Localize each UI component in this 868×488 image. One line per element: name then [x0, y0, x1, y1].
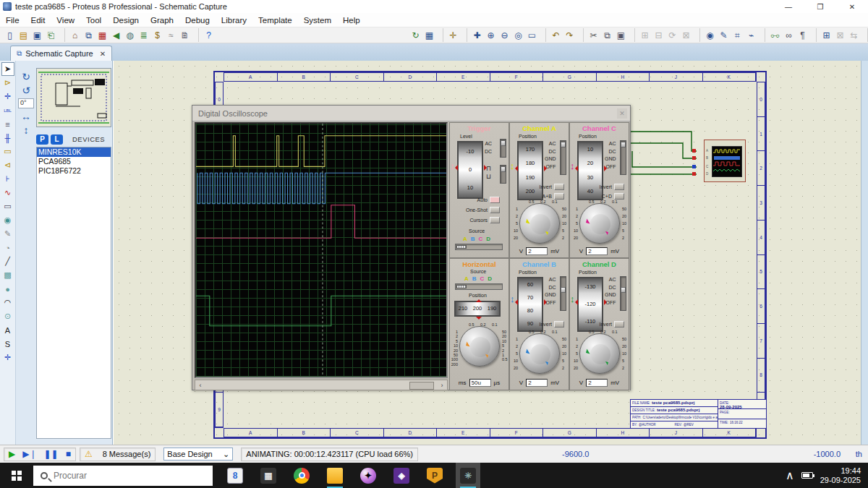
rotate-anticlockwise-icon[interactable]: ↺ — [22, 85, 30, 96]
stop-button[interactable]: ■ — [66, 450, 71, 458]
goto-sheet-icon[interactable]: ⇆ — [847, 28, 861, 42]
origin-icon[interactable]: ✛ — [443, 28, 460, 42]
import-project-icon[interactable]: ⎗ — [44, 28, 58, 42]
open-project-icon[interactable]: ▤ — [17, 28, 30, 42]
2d-path-mode-icon[interactable]: ⊙ — [1, 309, 14, 323]
menu-item-template[interactable]: Template — [252, 14, 298, 26]
menu-item-help[interactable]: Help — [337, 14, 366, 26]
channel-a-value-field[interactable] — [526, 247, 548, 255]
remove-sheet-icon[interactable]: ⊠ — [833, 28, 847, 42]
scroll-right-icon[interactable]: › — [437, 382, 447, 389]
paint-3d-icon[interactable]: ✦ — [356, 463, 380, 488]
maximize-button[interactable]: ❐ — [804, 0, 836, 13]
menu-item-library[interactable]: Library — [216, 14, 252, 26]
overview-minimap[interactable] — [36, 68, 111, 127]
pick-device-icon[interactable]: ◉ — [699, 28, 717, 42]
channel-c-position-wheel[interactable]: 10203040 — [577, 141, 603, 200]
zoom-area-icon[interactable]: ▭ — [525, 28, 539, 42]
chevron-up-icon[interactable]: ∧ — [786, 468, 794, 482]
pick-devices-button[interactable]: P — [36, 134, 48, 145]
mirror-horizontal-icon[interactable]: ↔ — [21, 111, 31, 122]
documentation-icon[interactable]: 🗎 — [178, 28, 192, 42]
horizontal-value-field[interactable] — [469, 379, 491, 387]
channel-c-coupling-slider[interactable] — [620, 140, 626, 175]
canvas-right-scrollbar[interactable] — [861, 61, 868, 445]
channel-d-coupling-slider[interactable] — [620, 276, 626, 311]
2d-line-mode-icon[interactable]: ╱ — [1, 254, 14, 268]
channel-a-position-wheel[interactable]: 170180190200 — [517, 141, 543, 200]
device-item-pic18f6722[interactable]: PIC18F6722 — [37, 166, 111, 176]
channel-b-value-field[interactable] — [526, 379, 548, 387]
device-pin-mode-icon[interactable]: ⊦ — [1, 172, 14, 186]
channel-c-gain-knob[interactable] — [579, 203, 620, 244]
pcb-layout-icon[interactable]: ▦ — [95, 28, 109, 42]
new-sheet-icon[interactable]: ⊞ — [816, 28, 833, 42]
3d-visualizer-icon[interactable]: ◍ — [123, 28, 137, 42]
calculator-icon[interactable]: ▦ — [256, 463, 281, 488]
text-script-mode-icon[interactable]: ≡ — [1, 117, 14, 131]
devices-list[interactable]: MINRES10KPCA9685PIC18F6722 — [36, 147, 111, 439]
save-project-icon[interactable]: ▣ — [30, 28, 44, 42]
channel-c-value-field[interactable] — [586, 247, 608, 255]
one-shot-button[interactable] — [490, 207, 500, 213]
channel-b-gain-knob[interactable] — [519, 333, 560, 374]
battery-icon[interactable] — [801, 472, 813, 479]
property-assignment-icon[interactable]: ¶ — [796, 28, 809, 42]
undo-icon[interactable]: ↶ — [545, 28, 563, 42]
2d-marker-mode-icon[interactable]: ✛ — [1, 351, 14, 364]
menu-item-tool[interactable]: Tool — [80, 14, 107, 26]
refresh-display-icon[interactable]: ↻ — [409, 28, 422, 42]
channel-d-gain-knob[interactable] — [579, 333, 620, 374]
oscilloscope-titlebar[interactable]: Digital Oscilloscope ✕ — [192, 106, 630, 121]
channel-c-invert-button[interactable] — [614, 184, 624, 190]
pan-icon[interactable]: ✚ — [467, 28, 484, 42]
search-input[interactable] — [54, 471, 184, 481]
step-button[interactable]: ▶❘ — [22, 450, 36, 458]
channel-c-sum-button[interactable] — [614, 193, 624, 200]
graph-mode-icon[interactable]: ∿ — [1, 186, 14, 200]
start-button[interactable] — [0, 463, 33, 488]
terminal-mode-icon[interactable]: ⊲ — [1, 158, 14, 172]
junction-dot-mode-icon[interactable]: ✛ — [1, 90, 14, 103]
electrical-rule-check-icon[interactable]: ≈ — [164, 28, 178, 42]
taskbar-clock[interactable]: 19:44 29-09-2025 — [820, 466, 861, 485]
channel-a-coupling-slider[interactable] — [560, 140, 566, 175]
copy-icon[interactable]: ⧉ — [600, 28, 614, 42]
mirror-vertical-icon[interactable]: ↕ — [24, 124, 29, 136]
channel-a-gain-knob[interactable] — [519, 203, 560, 244]
2d-text-mode-icon[interactable]: A — [1, 323, 14, 337]
gerber-viewer-icon[interactable]: ◀ — [109, 28, 123, 42]
channel-a-sum-button[interactable] — [554, 193, 564, 200]
wire-label-mode-icon[interactable]: LBL — [1, 103, 14, 117]
search-and-tag-icon[interactable]: ∞ — [782, 28, 796, 42]
block-rotate-icon[interactable]: ⟳ — [665, 28, 679, 42]
zoom-out-icon[interactable]: ⊖ — [498, 28, 511, 42]
tab-schematic-capture[interactable]: ⧉ Schematic Capture ✕ — [10, 46, 112, 61]
menu-item-system[interactable]: System — [298, 14, 337, 26]
purple-app-icon[interactable]: ◈ — [389, 463, 414, 488]
scroll-left-icon[interactable]: ‹ — [195, 382, 205, 389]
tab-close-icon[interactable]: ✕ — [100, 50, 106, 58]
trigger-source-slider[interactable] — [455, 244, 503, 250]
channel-d-value-field[interactable] — [586, 379, 608, 387]
proteus-licence-icon[interactable]: P — [422, 463, 447, 488]
proteus-8-home-icon[interactable]: 8 — [223, 463, 247, 488]
selection-mode-icon[interactable]: ➤ — [1, 62, 14, 76]
minimize-button[interactable]: — — [773, 0, 804, 13]
bill-of-materials-icon[interactable]: $ — [150, 28, 164, 42]
make-device-icon[interactable]: ✎ — [717, 28, 731, 42]
design-explorer-icon[interactable]: ≣ — [137, 28, 150, 42]
packaging-tool-icon[interactable]: ⌗ — [731, 28, 744, 42]
trigger-coupling-slider[interactable] — [500, 139, 506, 158]
voltage-probe-mode-icon[interactable]: ✎ — [1, 227, 14, 241]
zoom-extents-icon[interactable]: ◎ — [511, 28, 525, 42]
bus-mode-icon[interactable]: ╫ — [1, 131, 14, 145]
horizontal-source-slider[interactable] — [455, 283, 503, 290]
generator-mode-icon[interactable]: ◉ — [1, 213, 14, 227]
block-move-icon[interactable]: ⊟ — [652, 28, 665, 42]
menu-item-debug[interactable]: Debug — [179, 14, 216, 26]
scope-horizontal-scrollbar[interactable]: ‹ › — [195, 380, 448, 390]
scroll-thumb[interactable] — [409, 382, 434, 390]
toggle-grid-icon[interactable]: ▦ — [422, 28, 436, 42]
block-delete-icon[interactable]: ⊠ — [679, 28, 693, 42]
